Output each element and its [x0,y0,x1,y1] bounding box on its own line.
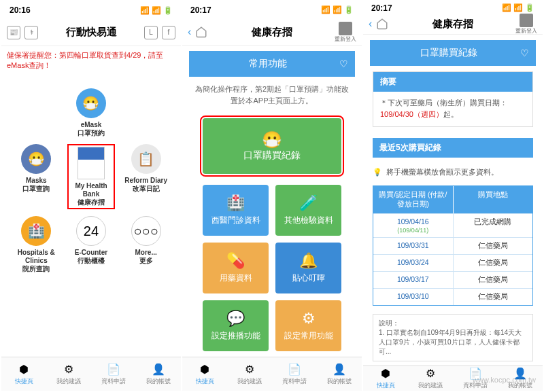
emask-icon: 😷 [76,88,106,118]
lab-icon: 🧪 [299,194,318,212]
tab-suggest[interactable]: ⚙我的建議 [408,366,453,391]
screen-home: 20:16 📶 📶 🔋 📰 ⚕ 行動快易通 L f 健保署提醒您：第四輪口罩取貨… [1,1,181,391]
tile-common[interactable]: ⚙設定常用功能 [275,300,341,351]
table-row: 109/03/17仁信藥局 [373,271,532,288]
records-section: 最近5次購買紀錄 [373,138,533,158]
diary-icon: 📋 [131,144,161,174]
tab-apply[interactable]: 📄資料申請 [272,357,317,391]
hospital-icon: 🏥 [226,194,245,212]
tab-account[interactable]: 👤我的帳號 [136,357,181,391]
hospital-icon: 🏥 [21,216,51,246]
tile-exam[interactable]: 🧪其他檢驗資料 [275,185,341,236]
home-icon[interactable] [376,18,388,30]
status-bar: 20:16 📶 📶 🔋 [1,1,181,19]
mask-icon: 😷 [203,130,341,149]
tile-medication[interactable]: 💊用藥資料 [203,243,269,293]
more-icon: ○○○ [131,216,161,246]
feature-grid: 😷 eMask口罩預約 😷 Masks口罩查詢 My Health Bank健康… [1,75,181,287]
grid-item-ecounter[interactable]: 24 E-Counter行動櫃檯 [67,216,116,273]
gear-icon: ⚙ [302,310,316,327]
summary-box: 摘要 ＊下次可至藥局（衛生所）購買日期： 109/04/30（週四）起。 [373,71,533,127]
notice-banner: 健保署提醒您：第四輪口罩取貨查到4/29，請至eMask查詢！ [1,46,181,75]
back-button[interactable]: ‹ [369,18,372,30]
facebook-icon[interactable]: f [162,26,175,39]
masks-icon: 😷 [21,144,51,174]
bulb-icon: 💡 [373,168,382,177]
info-text: 為簡化操作程序，第2期起「口罩預購」功能改置於本APP主頁面上方。 [182,77,362,113]
table-row: 109/03/24仁信藥局 [373,254,532,271]
chat-icon: 💬 [226,310,245,327]
section-header: 常用功能♡ [189,51,355,77]
tab-bar: ⬢快捷頁 ⚙我的建議 📄資料申請 👤我的帳號 [363,366,543,391]
tab-suggest[interactable]: ⚙我的建議 [227,357,272,391]
status-bar: 20:17 📶 📶 🔋 [363,1,543,14]
tile-push[interactable]: 💬設定推播功能 [203,300,269,351]
grid-item-masks[interactable]: 😷 Masks口罩查詢 [12,144,61,209]
relogin-button[interactable]: 重新登入 [335,22,356,43]
tab-quick[interactable]: ⬢快捷頁 [363,366,408,391]
description: 說明： 1. 口罩實名制自109年4月9日再升級：每14天大人口罩9片，小孩可買… [373,314,533,361]
tile-reminder[interactable]: 🔔貼心叮嚀 [275,243,341,293]
grid-item-more[interactable]: ○○○ More...更多 [122,216,170,273]
table-row: 109/03/10仁信藥局 [373,288,532,305]
nav-bar: ‹ 健康存摺 重新登入 [363,14,543,35]
tab-quick[interactable]: ⬢快捷頁 [182,357,227,391]
line-icon[interactable]: L [144,26,158,39]
grid-item-reform[interactable]: 📋 Reform Diary改革日記 [122,144,170,209]
page-title: 健康存摺 [432,18,473,31]
nav-bar: 📰 ⚕ 行動快易通 L f [1,19,181,46]
tab-quick[interactable]: ⬢快捷頁 [1,357,46,391]
badge-icon[interactable]: ⚕ [24,26,38,39]
tile-mask-records[interactable]: 😷 口罩購買紀錄 [203,118,341,174]
col-place: 購買地點 [454,186,533,213]
tab-apply[interactable]: 📄資料申請 [453,366,498,391]
records-title: 最近5次購買紀錄 [373,138,533,158]
table-row: 109/04/16(109/04/11)已完成網購 [373,213,532,237]
pill-icon: 💊 [226,252,245,270]
back-button[interactable]: ‹ [188,26,191,38]
page-title: 健康存摺 [252,26,292,39]
screen-functions: 20:17 📶 📶 🔋 ‹ 健康存摺 重新登入 常用功能♡ 為簡化操作程序，第2… [182,1,362,391]
tile-western[interactable]: 🏥西醫門診資料 [203,185,269,236]
counter-icon: 24 [76,216,106,246]
tab-account[interactable]: 👤我的帳號 [317,357,362,391]
tab-apply[interactable]: 📄資料申請 [91,357,136,391]
tab-bar: ⬢快捷頁 ⚙我的建議 📄資料申請 👤我的帳號 [182,357,362,391]
nav-bar: ‹ 健康存摺 重新登入 [182,19,362,46]
grid-item-emask[interactable]: 😷 eMask口罩預約 [67,88,116,137]
tab-suggest[interactable]: ⚙我的建議 [46,357,91,391]
heart-icon[interactable]: ♡ [339,58,348,69]
bell-icon: 🔔 [299,252,318,270]
tile-grid: 🏥西醫門診資料 🧪其他檢驗資料 💊用藥資料 🔔貼心叮嚀 💬設定推播功能 ⚙設定常… [182,179,362,357]
table-row: 109/03/31仁信藥局 [373,237,532,254]
summary-title: 摘要 [373,72,532,92]
grid-item-hospitals[interactable]: 🏥 Hospitals & Clinics院所查詢 [12,216,61,273]
tab-account[interactable]: 👤我的帳號 [498,366,543,391]
page-title: 行動快易通 [66,26,117,39]
status-bar: 20:17 📶 📶 🔋 [182,1,362,19]
tip-rotate: 💡將手機螢幕橫放會顯示更多資料。 [363,163,543,181]
section-header: 口罩購買紀錄♡ [370,40,536,66]
col-date: 購買/認定日期 (付款/發放日期) [373,186,454,213]
grid-item-health-bank[interactable]: My Health Bank健康存摺 [67,144,116,209]
home-icon[interactable] [195,26,207,38]
records-table: 購買/認定日期 (付款/發放日期) 購買地點 109/04/16(109/04/… [373,185,533,306]
tab-bar: ⬢快捷頁 ⚙我的建議 📄資料申請 👤我的帳號 [1,357,181,391]
health-bank-icon [78,147,105,179]
relogin-button[interactable]: 重新登入 [515,14,537,35]
heart-icon[interactable]: ♡ [520,48,529,58]
news-icon[interactable]: 📰 [7,26,20,39]
screen-records: 20:17 📶 📶 🔋 ‹ 健康存摺 重新登入 口罩購買紀錄♡ 摘要 ＊下次可至… [363,1,543,391]
